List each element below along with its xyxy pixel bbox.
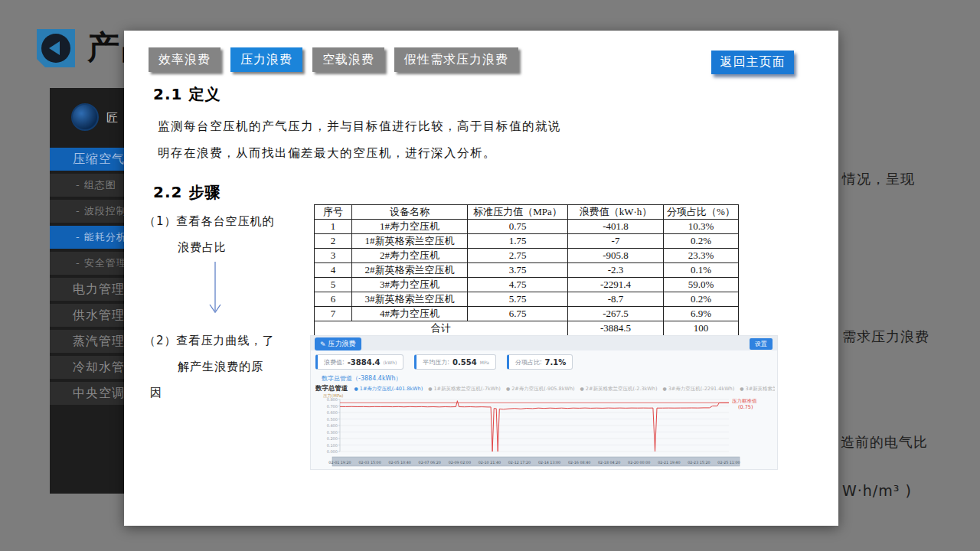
definition-line: 监测每台空压机的产气压力，并与目标值进行比较，高于目标值的就说 [158, 113, 561, 140]
table-cell: 1.75 [468, 234, 568, 249]
pressure-waste-tag-label: 压力浪费 [328, 339, 356, 349]
pipeline-link[interactable]: 数字总管道（-3884.4kWh） [322, 374, 402, 383]
table-row: 11#寿力空压机0.75-401.810.3% [315, 220, 739, 234]
table-header-cell: 序号 [315, 205, 352, 220]
step-1-line: （1）查看各台空压机的 [144, 208, 275, 234]
y-tick-label: 0.100 [327, 443, 338, 448]
x-tick-label: 02-14 13:00 [538, 461, 560, 465]
step-2-line: （2）查看压力曲线，了 [144, 328, 275, 354]
table-cell: 3#新英格索兰空压机 [352, 292, 468, 307]
table-cell: 4#寿力空压机 [352, 307, 468, 321]
step-2-text: （2）查看压力曲线，了 解产生浪费的原 因 [144, 328, 275, 406]
y-tick-label: 0.400 [327, 423, 338, 428]
table-cell: 4.75 [468, 278, 568, 292]
x-tick-label: 02-25 11:00 [717, 461, 740, 465]
table-cell: 23.3% [664, 249, 739, 263]
y-tick-label: 0.000 [327, 449, 338, 454]
bg-text-fragment-4: W·h/m³ ) [842, 482, 912, 499]
table-cell: 0.75 [468, 220, 568, 234]
back-icon[interactable] [37, 29, 75, 67]
table-cell: 4 [315, 263, 352, 278]
bg-text-fragment-1: 情况，呈现 [842, 170, 915, 188]
pressure-waste-tag[interactable]: ✎ 压力浪费 [315, 337, 361, 350]
content-modal: 效率浪费压力浪费空载浪费假性需求压力浪费 返回主页面 2.1 定义 监测每台空压… [124, 31, 838, 526]
embedded-screenshot: ✎ 压力浪费 设置 浪费值:-3884.4(kWh)平均压力:0.554MPa分… [310, 335, 778, 470]
x-tick-label: 02-12 17:20 [508, 461, 531, 465]
app-logo-icon [71, 103, 99, 131]
tab-bar: 效率浪费压力浪费空载浪费假性需求压力浪费 [149, 47, 518, 72]
tab-空载浪费[interactable]: 空载浪费 [312, 47, 384, 72]
x-tick-label: 02-03 15:00 [358, 461, 381, 465]
return-home-button[interactable]: 返回主页面 [711, 51, 794, 74]
table-cell: 2 [315, 234, 352, 249]
table-total-row: 合计-3884.5100 [315, 321, 739, 336]
table-cell: -3884.5 [568, 321, 664, 336]
step-2-line: 因 [144, 380, 275, 406]
down-arrow [207, 260, 224, 320]
standard-line-value: (0.75) [738, 404, 753, 410]
table-cell: 2#寿力空压机 [352, 249, 468, 263]
table-cell: 59.0% [664, 278, 739, 292]
definition-text: 监测每台空压机的产气压力，并与目标值进行比较，高于目标值的就说 明存在浪费，从而… [158, 113, 561, 167]
x-tick-label: 02-20 00:00 [628, 461, 650, 465]
table-cell: -7 [568, 234, 664, 249]
table-cell: 6.9% [664, 307, 739, 321]
x-tick-label: 02-10 21:40 [479, 461, 501, 465]
tab-假性需求压力浪费[interactable]: 假性需求压力浪费 [394, 47, 518, 72]
tab-压力浪费[interactable]: 压力浪费 [230, 47, 302, 72]
screenshot-header: ✎ 压力浪费 设置 [311, 336, 777, 350]
table-cell: 合计 [315, 321, 568, 336]
table-cell: 1#新英格索兰空压机 [352, 234, 468, 249]
x-tick-label: 02-21 19:40 [658, 461, 680, 465]
table-cell: 3#寿力空压机 [352, 278, 468, 292]
stat-box: 分项占比:7.1% [507, 354, 573, 370]
stat-box: 平均压力:0.554MPa [414, 354, 496, 370]
table-row: 63#新英格索兰空压机5.75-8.70.2% [315, 292, 739, 307]
step-1-line: 浪费占比 [144, 234, 275, 260]
step-1-text: （1）查看各台空压机的 浪费占比 [144, 208, 275, 260]
settings-button[interactable]: 设置 [750, 338, 773, 350]
table-cell: 3.75 [468, 263, 568, 278]
tab-效率浪费[interactable]: 效率浪费 [149, 47, 220, 72]
back-icon-circle [41, 34, 70, 63]
edit-icon: ✎ [320, 341, 326, 348]
bg-text-fragment-2: 需求压力浪费 [842, 328, 929, 346]
table-cell: 5.75 [468, 292, 568, 307]
y-tick-label: 0.300 [327, 430, 338, 435]
table-cell: 2#新英格索兰空压机 [352, 263, 468, 278]
table-cell: 10.3% [664, 220, 739, 234]
standard-line-label: 压力标准值 [732, 398, 757, 404]
stat-box: 浪费值:-3884.4(kWh) [315, 354, 403, 370]
table-cell: 5 [315, 278, 352, 292]
table-row: 53#寿力空压机4.75-2291.459.0% [315, 278, 739, 292]
table-cell: -2.3 [568, 263, 664, 278]
table-header-cell: 设备名称 [352, 205, 468, 220]
stats-row: 浪费值:-3884.4(kWh)平均压力:0.554MPa分项占比:7.1% [315, 354, 573, 370]
table-cell: 6.75 [468, 307, 568, 321]
table-cell: 2.75 [468, 249, 568, 263]
back-arrow-triangle [49, 41, 60, 55]
table-header-cell: 浪费值（kW·h） [568, 205, 664, 220]
table-header-row: 序号设备名称标准压力值（MPa）浪费值（kW·h）分项占比（%） [315, 205, 739, 220]
y-tick-label: 0.600 [327, 410, 338, 415]
table-cell: 3 [315, 249, 352, 263]
table-cell: 100 [664, 321, 739, 336]
table-cell: 0.2% [664, 292, 739, 307]
bg-text-fragment-3: 造前的电气比 [841, 433, 928, 452]
y-tick-label: 0.700 [327, 404, 338, 409]
y-tick-label: 0.800 [327, 397, 338, 402]
table-row: 21#新英格索兰空压机1.75-70.2% [315, 234, 739, 249]
x-tick-label: 02-18 04:20 [598, 461, 620, 465]
x-tick-label: 02-07 06:20 [419, 461, 441, 465]
section-title-definition: 2.1 定义 [153, 84, 220, 105]
x-tick-label: 02-16 08:40 [568, 461, 590, 465]
y-tick-label: 0.200 [327, 436, 338, 441]
definition-line: 明存在浪费，从而找出偏差最大的空压机，进行深入分析。 [158, 140, 561, 167]
step-2-line: 解产生浪费的原 [144, 354, 275, 380]
table-row: 42#新英格索兰空压机3.75-2.30.1% [315, 263, 739, 278]
y-tick-label: 0.500 [327, 417, 338, 422]
table-cell: 1 [315, 220, 352, 234]
table-cell: -267.5 [568, 307, 664, 321]
table-cell: 0.1% [664, 263, 739, 278]
x-tick-label: 02-09 02:00 [449, 461, 471, 465]
